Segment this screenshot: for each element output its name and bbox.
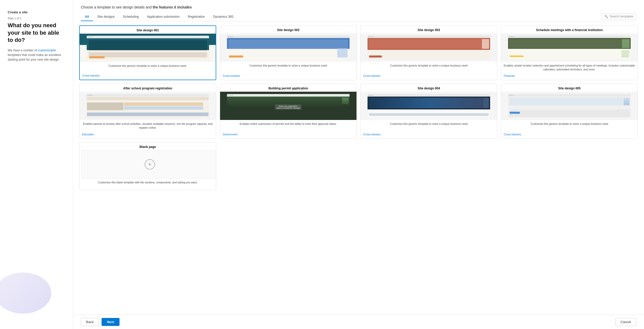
tab-all[interactable]: All	[81, 13, 93, 21]
template-thumb	[80, 92, 216, 120]
templates-container: Site design 001	[73, 21, 644, 315]
template-desc: Enables online submission of permits and…	[220, 120, 356, 131]
template-thumb	[361, 92, 497, 120]
template-card-site-design-001[interactable]: Site design 001	[79, 25, 216, 80]
template-card-after-school[interactable]: After school program registration	[79, 84, 216, 138]
tabs: All Site designs Scheduling Application …	[81, 13, 636, 21]
template-tag: Cross-industry	[501, 131, 638, 138]
tab-registration[interactable]: Registration	[184, 13, 209, 21]
template-desc: Customize this generic template to solve…	[361, 62, 497, 73]
left-panel: Create a site Step 1 of 2 What do you ne…	[0, 0, 73, 329]
template-tag: Government	[220, 131, 356, 138]
template-tag: Cross-industry	[361, 73, 497, 80]
bottom-bar-left: Back Next	[81, 318, 120, 326]
cancel-button[interactable]: Cancel	[615, 318, 636, 326]
template-title: Blank page	[80, 143, 216, 150]
template-thumb: Enter your organizationname or a welcome…	[220, 92, 356, 120]
template-title: Site design 003	[361, 26, 497, 33]
choose-title: Choose a template to see design details …	[81, 5, 636, 9]
template-card-site-design-005[interactable]: Site design 005	[501, 84, 638, 138]
right-panel: Choose a template to see design details …	[73, 0, 644, 329]
customizable-link[interactable]: customizable	[38, 49, 56, 52]
search-placeholder: Search templates	[610, 15, 633, 18]
template-card-blank-page[interactable]: Blank page + Customize this blank templa…	[79, 142, 216, 190]
template-tag	[80, 186, 216, 190]
page-title: Create a site	[8, 10, 65, 14]
tab-scheduling[interactable]: Scheduling	[119, 13, 143, 21]
template-desc: Customize this generic template to solve…	[80, 62, 216, 72]
template-tag: Education	[80, 131, 216, 138]
template-title: After school program registration	[80, 84, 216, 92]
decorative-shape	[0, 272, 51, 314]
tab-application-submission[interactable]: Application submission	[143, 13, 184, 21]
step-label: Step 1 of 2	[8, 17, 65, 20]
template-desc: Customize this generic template to solve…	[220, 62, 356, 73]
template-thumb	[361, 33, 497, 62]
template-title: Site design 004	[361, 84, 497, 92]
template-title: Site design 005	[501, 84, 638, 92]
template-desc: Customize this generic template to solve…	[361, 120, 497, 131]
template-thumb	[80, 34, 216, 62]
description: We have a number of customizable templat…	[8, 48, 65, 62]
template-card-building-permit[interactable]: Building permit application Enter your o…	[220, 84, 357, 138]
template-card-site-design-003[interactable]: Site design 003	[360, 25, 497, 80]
template-title: Site design 002	[220, 26, 356, 33]
template-card-site-design-002[interactable]: Site design 002	[220, 25, 357, 80]
tab-dynamics365[interactable]: Dynamics 365	[209, 13, 237, 21]
template-title: Site design 001	[80, 26, 216, 34]
template-title: Building permit application	[220, 84, 356, 92]
tab-site-designs[interactable]: Site designs	[93, 13, 119, 21]
next-button[interactable]: Next	[102, 318, 120, 326]
blank-plus-icon: +	[145, 159, 155, 170]
template-tag: Cross-industry	[361, 131, 497, 138]
template-tag: Cross-industry	[220, 73, 356, 80]
template-card-site-design-004[interactable]: Site design 004	[360, 84, 497, 138]
main-heading: What do you need your site to be able to…	[8, 22, 65, 44]
back-button[interactable]: Back	[81, 318, 99, 326]
template-tag: Cross-industry	[80, 72, 216, 80]
search-templates-input[interactable]: 🔍 Search templates	[601, 13, 636, 20]
template-desc: Enables parents to browse after school a…	[80, 120, 216, 131]
template-tag: Financial	[501, 73, 638, 80]
template-desc: Enables simple location selection and ap…	[501, 62, 638, 73]
bottom-bar: Back Next Cancel	[73, 315, 644, 329]
template-desc: Customize this generic template to solve…	[501, 120, 638, 131]
template-thumb	[220, 33, 356, 62]
template-card-schedule-meetings[interactable]: Schedule meetings with a financial insti…	[501, 25, 638, 80]
search-icon: 🔍	[604, 15, 608, 18]
template-title: Schedule meetings with a financial insti…	[501, 26, 638, 33]
template-thumb: +	[82, 150, 216, 178]
template-thumb	[501, 33, 638, 62]
right-panel-header: Choose a template to see design details …	[73, 0, 644, 21]
template-thumb	[501, 92, 638, 120]
template-desc: Customize this blank template with the s…	[80, 178, 216, 186]
templates-grid: Site design 001	[79, 25, 638, 190]
